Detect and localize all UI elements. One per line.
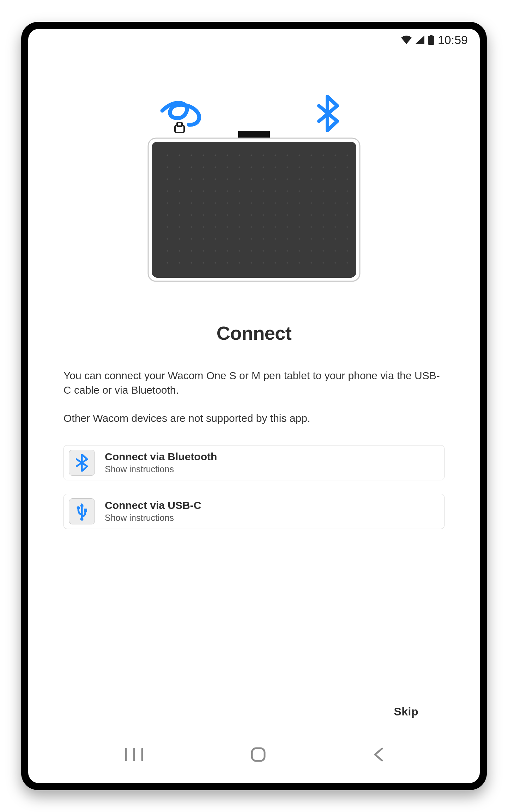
battery-icon: [428, 35, 434, 45]
intro-paragraph-1: You can connect your Wacom One S or M pe…: [64, 369, 445, 397]
nav-home-button[interactable]: [250, 747, 266, 763]
status-bar: 10:59: [28, 29, 480, 51]
bluetooth-top-icon: [319, 97, 337, 130]
svg-point-9: [77, 506, 80, 509]
wifi-icon: [401, 36, 412, 44]
connect-bluetooth-title: Connect via Bluetooth: [105, 451, 217, 463]
connect-bluetooth-sub: Show instructions: [105, 464, 217, 474]
system-nav-bar: [28, 734, 480, 783]
skip-button[interactable]: Skip: [378, 697, 434, 727]
svg-rect-0: [430, 35, 433, 36]
usb-icon: [69, 498, 95, 524]
cell-signal-icon: [415, 36, 424, 44]
screen: 10:59: [28, 29, 480, 783]
connect-bluetooth-button[interactable]: Connect via Bluetooth Show instructions: [64, 445, 445, 480]
svg-rect-10: [84, 509, 87, 512]
svg-point-11: [80, 517, 84, 521]
svg-rect-1: [428, 36, 434, 45]
bluetooth-icon: [69, 450, 95, 476]
page-title: Connect: [64, 322, 445, 344]
svg-rect-8: [161, 152, 348, 269]
connect-usb-sub: Show instructions: [105, 513, 201, 523]
status-time: 10:59: [438, 33, 468, 47]
svg-rect-3: [177, 123, 182, 126]
hero-illustration: [64, 93, 445, 283]
intro-paragraph-2: Other Wacom devices are not supported by…: [64, 411, 445, 426]
svg-rect-15: [252, 748, 265, 761]
device-frame: 10:59: [21, 22, 487, 790]
nav-recents-button[interactable]: [124, 748, 144, 763]
connect-usb-title: Connect via USB-C: [105, 499, 201, 511]
nav-back-button[interactable]: [372, 747, 384, 763]
cable-icon: [162, 103, 199, 133]
connect-usb-button[interactable]: Connect via USB-C Show instructions: [64, 494, 445, 529]
